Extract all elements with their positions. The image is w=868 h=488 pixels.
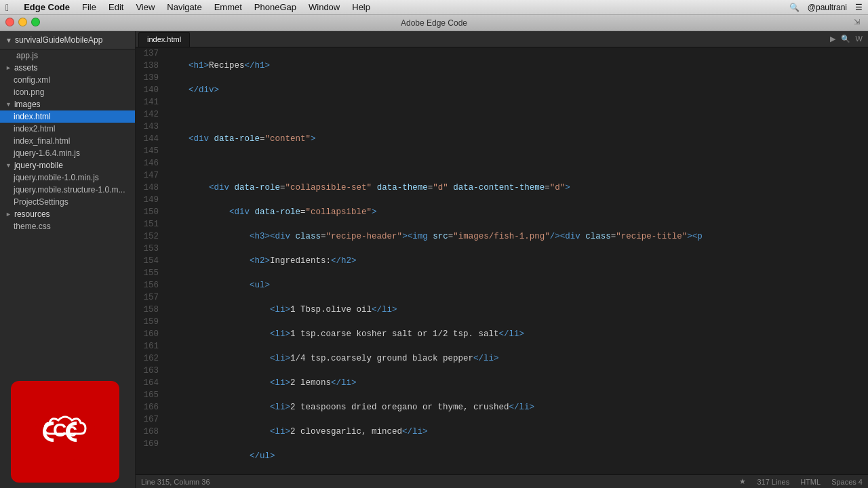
line-numbers: 137 138 139 140 141 142 143 144 145 146 … — [136, 47, 163, 474]
sidebar-item-label: index_final.html — [14, 136, 70, 146]
inspect-icon[interactable]: 🔍 — [841, 35, 850, 43]
main-layout: ▼ survivalGuideMobileApp app.js ► assets… — [0, 31, 868, 488]
folder-arrow-icon: ► — [5, 64, 12, 71]
sidebar-item-label: assets — [14, 63, 38, 73]
sidebar-item-label: icon.png — [14, 87, 44, 97]
spaces-indicator[interactable]: Spaces 4 — [831, 478, 863, 486]
live-preview-icon[interactable]: ▶ — [830, 35, 835, 43]
sidebar-item-configxml[interactable]: config.xml — [0, 74, 135, 86]
line-count: 317 Lines — [757, 478, 789, 486]
sidebar-item-label: jquery-mobile — [14, 161, 63, 170]
view-menu[interactable]: View — [136, 2, 155, 12]
editor: index.html ▶ 🔍 W 137 138 139 140 141 142… — [136, 31, 868, 488]
sidebar-item-assets[interactable]: ► assets — [0, 62, 135, 74]
sidebar-item-indexhtml[interactable]: index.html — [0, 110, 135, 123]
emmet-menu[interactable]: Emmet — [214, 2, 242, 12]
sidebar-item-label: jquery.mobile.structure-1.0.m... — [14, 185, 125, 195]
sidebar-item-label: resources — [14, 209, 50, 219]
maximize-button[interactable] — [31, 18, 40, 26]
help-menu[interactable]: Help — [352, 2, 370, 12]
minimize-button[interactable] — [18, 18, 27, 26]
close-button[interactable] — [5, 18, 14, 26]
phonegap-menu[interactable]: PhoneGap — [254, 2, 296, 12]
list-menu-icon[interactable]: ☰ — [855, 3, 863, 12]
folder-arrow-icon: ► — [5, 211, 12, 218]
project-arrow-icon: ▼ — [5, 37, 12, 44]
sidebar-item-jquerymin[interactable]: jquery-1.6.4.min.js — [0, 147, 135, 159]
tab-actions: ▶ 🔍 W — [830, 35, 865, 43]
sidebar-item-projectsettings[interactable]: ProjectSettings — [0, 196, 135, 208]
window-controls — [5, 18, 40, 26]
sidebar-item-jquerymobilestructure[interactable]: jquery.mobile.structure-1.0.m... — [0, 184, 135, 196]
navigate-menu[interactable]: Navigate — [167, 2, 201, 12]
sidebar-item-themecss[interactable]: theme.css — [0, 220, 135, 232]
code-area[interactable]: 137 138 139 140 141 142 143 144 145 146 … — [136, 47, 868, 474]
sidebar: ▼ survivalGuideMobileApp app.js ► assets… — [0, 31, 136, 488]
menu-bar:  Edge Code File Edit View Navigate Emme… — [0, 0, 868, 15]
sidebar-item-label: config.xml — [14, 75, 50, 85]
sidebar-item-label: ProjectSettings — [14, 197, 68, 207]
window-menu[interactable]: Window — [309, 2, 340, 12]
title-bar: Adobe Edge Code ⇲ — [0, 15, 868, 31]
user-menu[interactable]: @paultrani — [808, 3, 847, 12]
adobe-cc-logo: Cc — [11, 381, 119, 483]
sidebar-item-label: index2.html — [14, 124, 55, 134]
sidebar-item-appjs[interactable]: app.js — [0, 49, 135, 62]
sidebar-item-resources[interactable]: ► resources — [0, 208, 135, 220]
star-icon[interactable]: ★ — [739, 477, 746, 486]
sidebar-item-label: theme.css — [14, 222, 51, 231]
cc-logo-icon: Cc — [35, 401, 96, 462]
window-title: Adobe Edge Code — [401, 18, 467, 28]
sidebar-item-iconpng[interactable]: icon.png — [0, 86, 135, 98]
sidebar-item-label: app.js — [16, 51, 38, 60]
sidebar-item-index2html[interactable]: index2.html — [0, 123, 135, 135]
sidebar-item-label: images — [14, 100, 41, 109]
sidebar-item-indexfinalhtml[interactable]: index_final.html — [0, 135, 135, 147]
editor-tab-bar: index.html ▶ 🔍 W — [136, 31, 868, 47]
edit-menu[interactable]: Edit — [108, 2, 123, 12]
sidebar-item-label: index.html — [14, 112, 51, 121]
folder-arrow-icon: ▼ — [5, 162, 12, 169]
cursor-position: Line 315, Column 36 — [141, 478, 210, 486]
tab-filename: index.html — [147, 35, 181, 43]
project-name: survivalGuideMobileApp — [15, 35, 102, 45]
app-name-menu[interactable]: Edge Code — [24, 2, 70, 12]
expand-icon[interactable]: ⇲ — [854, 18, 860, 26]
word-wrap-icon[interactable]: W — [856, 35, 863, 43]
file-menu[interactable]: File — [82, 2, 96, 12]
sidebar-item-label: jquery-1.6.4.min.js — [14, 148, 80, 158]
sidebar-item-jquerymobilemin[interactable]: jquery.mobile-1.0.min.js — [0, 171, 135, 184]
folder-arrow-icon: ▼ — [5, 101, 12, 108]
apple-logo-icon[interactable]:  — [5, 2, 9, 13]
project-header[interactable]: ▼ survivalGuideMobileApp — [0, 31, 135, 49]
cc-logo-container: Cc — [0, 375, 135, 488]
editor-tab-indexhtml[interactable]: index.html — [138, 32, 190, 47]
language-indicator[interactable]: HTML — [800, 478, 821, 486]
search-menu-icon[interactable]: 🔍 — [789, 3, 800, 12]
sidebar-item-images[interactable]: ▼ images — [0, 98, 135, 110]
sidebar-item-jquerymobile[interactable]: ▼ jquery-mobile — [0, 159, 135, 171]
code-content[interactable]: <h1>Recipes</h1> </div> <div data-role="… — [163, 47, 868, 474]
svg-text:Cc: Cc — [53, 420, 77, 441]
sidebar-item-label: jquery.mobile-1.0.min.js — [14, 173, 99, 182]
status-bar: Line 315, Column 36 ★ 317 Lines HTML Spa… — [136, 474, 868, 488]
